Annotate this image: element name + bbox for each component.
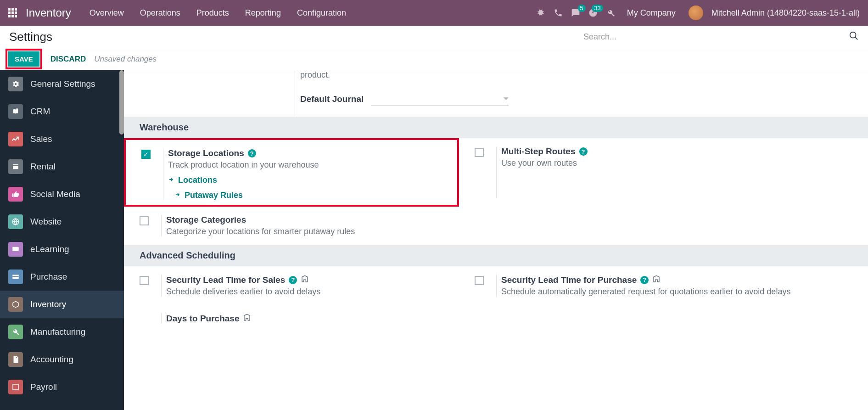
search-input[interactable] — [583, 32, 849, 42]
page-title: Settings — [9, 30, 52, 44]
top-navbar: Inventory Overview Operations Products R… — [0, 0, 868, 26]
avatar[interactable] — [689, 6, 703, 20]
putaway-rules-link[interactable]: Putaway Rules — [174, 191, 457, 200]
help-icon[interactable]: ? — [640, 276, 649, 284]
sidebar-item-label: Inventory — [30, 299, 66, 309]
sidebar-item-crm[interactable]: CRM — [0, 98, 124, 125]
sidebar-item-label: Rental — [30, 162, 56, 172]
nav-products[interactable]: Products — [196, 8, 229, 18]
sidebar-item-label: Website — [30, 217, 62, 227]
setting-slt-purchase: Security Lead Time for Purchase? Schedul… — [459, 266, 794, 305]
building-icon — [652, 275, 661, 285]
sidebar-item-label: General Settings — [30, 79, 95, 89]
storage-locations-checkbox[interactable] — [141, 150, 151, 159]
help-icon[interactable]: ? — [248, 149, 256, 157]
sidebar-item-general[interactable]: General Settings — [0, 70, 124, 98]
storage-categories-checkbox[interactable] — [140, 216, 149, 225]
setting-multi-step-routes: Multi-Step Routes? Use your own routes — [459, 138, 794, 207]
body: ▲ General Settings CRM Sales Rental Soci… — [0, 70, 868, 410]
default-journal-label: Default Journal — [300, 94, 364, 104]
activities-badge: 33 — [592, 5, 603, 12]
sidebar-item-label: Payroll — [30, 382, 57, 392]
phone-icon[interactable] — [554, 8, 563, 17]
setting-desc: Schedule deliveries earlier to avoid del… — [166, 287, 459, 297]
pre-text: product. — [300, 70, 868, 80]
sidebar-item-manufacturing[interactable]: Manufacturing — [0, 318, 124, 346]
warehouse-grid: Storage Locations? Track product locatio… — [124, 138, 868, 245]
nav-reporting[interactable]: Reporting — [245, 8, 281, 18]
sidebar-item-label: Accounting — [30, 354, 73, 365]
divider — [295, 70, 295, 116]
discard-button[interactable]: DISCARD — [50, 55, 86, 64]
sidebar-item-payroll[interactable]: Payroll — [0, 373, 124, 401]
setting-desc: Use your own routes — [501, 158, 794, 168]
setting-title: Storage Categories — [166, 215, 246, 225]
sidebar-item-label: Purchase — [30, 272, 67, 282]
sidebar-item-purchase[interactable]: Purchase — [0, 263, 124, 291]
sidebar-item-label: CRM — [30, 107, 50, 117]
building-icon — [301, 275, 309, 285]
nav-configuration[interactable]: Configuration — [297, 8, 346, 18]
sidebar-item-rental[interactable]: Rental — [0, 153, 124, 180]
sidebar-item-elearning[interactable]: eLearning — [0, 236, 124, 263]
nav-overview[interactable]: Overview — [90, 8, 124, 18]
setting-title: Storage Locations — [168, 148, 244, 158]
multi-step-checkbox[interactable] — [475, 148, 484, 157]
sidebar-item-label: Manufacturing — [30, 327, 85, 337]
adv-grid: Security Lead Time for Sales? Schedule d… — [124, 266, 868, 332]
save-button[interactable]: SAVE — [8, 51, 39, 67]
action-bar: SAVE DISCARD Unsaved changes — [0, 48, 868, 70]
section-advanced-scheduling: Advanced Scheduling — [124, 245, 868, 266]
apps-icon[interactable] — [8, 8, 17, 17]
setting-desc: Track product location in your warehouse — [168, 160, 457, 170]
setting-title: Security Lead Time for Sales — [166, 275, 285, 285]
search-icon[interactable] — [849, 31, 859, 43]
default-journal-dropdown[interactable] — [371, 93, 509, 106]
locations-link[interactable]: Locations — [168, 175, 457, 185]
section-warehouse: Warehouse — [124, 117, 868, 138]
slt-purchase-checkbox[interactable] — [475, 276, 484, 285]
setting-title: Multi-Step Routes — [501, 146, 576, 157]
sidebar-item-label: Sales — [30, 134, 52, 144]
building-icon — [243, 313, 251, 324]
user-menu[interactable]: Mitchell Admin (14804220-saas-15-1-all) — [711, 8, 860, 18]
messages-icon[interactable]: 5 — [571, 8, 580, 17]
sidebar-item-social[interactable]: Social Media — [0, 180, 124, 208]
activities-icon[interactable]: 33 — [588, 8, 598, 17]
svg-line-1 — [855, 37, 858, 40]
help-icon[interactable]: ? — [579, 147, 588, 156]
nav-operations[interactable]: Operations — [140, 8, 180, 18]
nav-right: 5 33 My Company Mitchell Admin (14804220… — [536, 6, 860, 20]
pre-section: product. Default Journal — [124, 70, 868, 117]
setting-days-to-purchase: Days to Purchase — [124, 305, 459, 332]
bug-icon[interactable] — [536, 8, 545, 17]
sidebar-item-sales[interactable]: Sales — [0, 125, 124, 153]
messages-badge: 5 — [578, 5, 586, 12]
sidebar-item-inventory[interactable]: Inventory — [0, 291, 124, 318]
arrow-right-icon — [168, 175, 174, 185]
setting-title: Days to Purchase — [166, 314, 239, 324]
setting-desc: Schedule automatically generated request… — [501, 287, 794, 297]
tools-icon[interactable] — [606, 8, 615, 17]
setting-title: Security Lead Time for Purchase — [501, 275, 637, 285]
sidebar-item-website[interactable]: Website — [0, 208, 124, 236]
sidebar-item-accounting[interactable]: $Accounting — [0, 346, 124, 373]
sidebar-scrollbar[interactable] — [119, 70, 124, 135]
svg-text:$: $ — [15, 359, 17, 362]
setting-storage-categories: Storage Categories Categorize your locat… — [124, 207, 459, 245]
svg-point-0 — [850, 32, 856, 38]
unsaved-indicator: Unsaved changes — [94, 55, 157, 64]
sidebar-item-label: eLearning — [30, 244, 69, 254]
nav-links: Overview Operations Products Reporting C… — [90, 8, 346, 18]
setting-slt-sales: Security Lead Time for Sales? Schedule d… — [124, 266, 459, 305]
save-highlight: SAVE — [6, 49, 42, 69]
search-wrap — [583, 31, 859, 43]
title-row: Settings — [0, 26, 868, 48]
setting-desc: Categorize your locations for smarter pu… — [166, 227, 459, 236]
app-brand[interactable]: Inventory — [26, 6, 71, 19]
setting-storage-locations: Storage Locations? Track product locatio… — [124, 138, 459, 207]
settings-content[interactable]: product. Default Journal Warehouse Stora… — [124, 70, 868, 410]
company-selector[interactable]: My Company — [627, 8, 676, 18]
help-icon[interactable]: ? — [289, 276, 297, 284]
slt-sales-checkbox[interactable] — [140, 276, 149, 285]
